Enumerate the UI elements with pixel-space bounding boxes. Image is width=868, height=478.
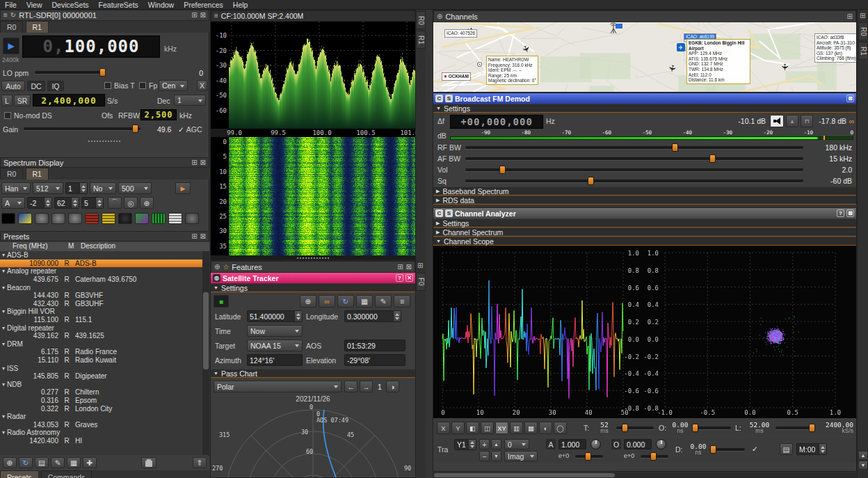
help-icon[interactable]: ? (837, 209, 844, 217)
tracker-start-button[interactable]: ■ (214, 295, 229, 308)
ndb-info-box[interactable]: Name: HEATHROWFrequency: 316.0 kHzIdent:… (486, 56, 538, 85)
spectrum-style-waterfall-yellow[interactable] (102, 213, 115, 224)
close-icon[interactable]: ✕ (405, 274, 413, 282)
trace-down-button[interactable]: ▼ (491, 451, 501, 461)
spectrum-style-bars-green[interactable] (152, 213, 166, 224)
device-move-icon[interactable]: ≡ (3, 12, 8, 19)
fm-slider[interactable] (465, 142, 803, 153)
preset-item-row[interactable]: 15.110RRadio Kuwait (0, 356, 202, 365)
presets-close-icon[interactable]: ⊠ (200, 233, 206, 240)
auto-correction-button[interactable]: Auto (1, 81, 25, 91)
preset-item-row[interactable]: 143.053RGraves (0, 420, 202, 429)
presets-float-icon[interactable]: ⊞ (191, 233, 197, 240)
auto-update-icon[interactable]: ↻ (337, 295, 354, 308)
save-presets-button[interactable]: ▤ (35, 457, 49, 468)
ockham-beacon-label[interactable]: ● OCKHAM (442, 72, 471, 81)
fft-window-dropdown[interactable]: Han (1, 182, 31, 194)
delete-preset-button[interactable] (141, 457, 156, 468)
lock-button[interactable]: L (1, 95, 13, 106)
close-icon[interactable]: ⊠ (846, 95, 854, 102)
nomod-box[interactable] (4, 112, 11, 119)
preset-item-row[interactable]: 6.175RRadio France (0, 348, 202, 356)
airport-icon[interactable]: ✈ (677, 43, 685, 51)
transverter-button[interactable]: X (197, 80, 207, 91)
nomod-checkbox[interactable]: No-mod DS (4, 111, 52, 120)
link-icon[interactable]: ∞ (319, 295, 335, 308)
decay-curve-icon[interactable]: ⌒ (108, 197, 122, 209)
preset-group-row[interactable]: ▾ADS-B (0, 251, 202, 260)
menu-item-devicesets[interactable]: DeviceSets (47, 1, 94, 9)
channel-scope-header[interactable]: ▼ Channel Scope (433, 237, 856, 246)
menu-item-preferences[interactable]: Preferences (179, 1, 228, 9)
tab-presets[interactable]: Presets (0, 470, 39, 478)
spectrum-close-icon[interactable]: ⊠ (200, 159, 206, 166)
satellite-tracker-titlebar[interactable]: ◎ Satellite Tracker ? ✕ (211, 273, 415, 283)
tree-collapse-icon[interactable]: ▾ (0, 365, 7, 372)
spectrum-tab-r0[interactable]: R0 (0, 168, 23, 180)
longitude-field[interactable]: 0.300000 (344, 310, 401, 322)
trace-length-slider[interactable] (775, 423, 813, 433)
edit-group-button[interactable]: ✚ (83, 457, 97, 468)
averaging-mode-dropdown[interactable]: No (90, 182, 116, 194)
bias-t-checkbox[interactable]: Bias T (104, 81, 135, 90)
preset-item-row[interactable]: 115.100R115.1 (0, 316, 202, 324)
start-stop-button[interactable]: ▶ (3, 38, 19, 54)
channels-grid-icon[interactable]: ⊞ (847, 13, 853, 20)
channel-settings-icon[interactable]: S (445, 209, 453, 217)
right-side-tab-r0[interactable]: R0 (858, 22, 868, 40)
sample-rate-display[interactable]: 2,400,000 (33, 94, 105, 106)
add-trace-button[interactable]: + (479, 439, 490, 449)
satellite-table-icon[interactable]: ▦ (356, 295, 373, 308)
scope-display-mode-button[interactable]: ▥ (510, 422, 523, 434)
rds-link-icon[interactable]: ∞ (848, 115, 855, 127)
scope-display-mode-button[interactable]: X (437, 422, 450, 434)
menu-item-view[interactable]: View (22, 1, 47, 9)
preset-item-row[interactable]: 0.277RChiltern (0, 388, 202, 397)
spectrum-style-marker-b[interactable] (51, 213, 65, 224)
scope-display-mode-button[interactable]: ◧ (466, 422, 479, 434)
tree-collapse-icon[interactable]: ▾ (0, 268, 7, 274)
scroll-up-button[interactable]: ▲ (858, 451, 868, 460)
tree-collapse-icon[interactable]: ▾ (0, 341, 7, 347)
scrollbar-thumb[interactable] (434, 473, 615, 477)
collapsed-section-header[interactable]: ▶Channel Spectrum (433, 228, 856, 237)
collapsed-section-header[interactable]: ▶RDS data (433, 196, 856, 205)
waterfall-display[interactable]: 05101520253035 (211, 137, 415, 255)
preset-group-row[interactable]: ▾Biggin Hill VOR (0, 308, 202, 316)
tracker-settings-header[interactable]: ▼ Settings (211, 283, 415, 292)
export-preset-button[interactable]: ⇑ (193, 457, 207, 468)
dark-theme-icon[interactable]: ◑ (386, 381, 399, 392)
spectrum-side-tab-r1[interactable]: R1 (416, 31, 426, 49)
prev-pass-button[interactable]: ← (344, 381, 357, 392)
channel-settings-icon[interactable]: S (445, 95, 453, 102)
features-side-tab-f0[interactable]: F0 (416, 273, 426, 291)
map-target-icon[interactable]: ⊕ (300, 295, 316, 308)
tree-collapse-icon[interactable]: ▾ (0, 381, 7, 388)
channel-analyzer-titlebar[interactable]: C S Channel Analyzer ? ⊠ (433, 208, 856, 218)
time-dropdown[interactable]: Now (247, 325, 303, 337)
lo-ppm-slider[interactable] (35, 67, 106, 78)
preset-item-row[interactable]: 0.316REpsom (0, 397, 202, 405)
trace-select-spinner[interactable]: Y1 (454, 439, 476, 450)
spectrum-float-icon[interactable]: ⊞ (191, 159, 197, 166)
trace-channel-dropdown[interactable]: 0 (504, 439, 529, 449)
offset-exp-slider[interactable] (641, 452, 668, 461)
fm-slider-handle[interactable] (672, 143, 678, 152)
audio-mute-button[interactable] (770, 115, 784, 127)
latitude-field[interactable]: 51.400000 (247, 310, 303, 322)
preset-item-row[interactable]: 432.430RGB3UHF (0, 300, 202, 308)
presets-scrollbar[interactable] (202, 251, 209, 455)
tuning-mode-dropdown[interactable]: Cen (159, 80, 188, 91)
scope-display-mode-button[interactable]: ◐ (539, 422, 552, 434)
scope-display[interactable]: 1.01.00.80.80.60.60.40.40.20.20.00.0-0.2… (433, 246, 856, 418)
menu-item-featuresets[interactable]: FeatureSets (94, 1, 143, 9)
fm-slider[interactable] (465, 153, 803, 164)
collapsed-section-header[interactable]: ▶Settings (433, 218, 856, 228)
dc-correction-button[interactable]: DC (27, 81, 45, 91)
spectrum-side-tab-r0[interactable]: R0 (416, 11, 426, 29)
channel-frequency-display[interactable]: +00,000,000 (450, 115, 543, 129)
adsb-map[interactable]: ✈ ✈ ✈ ✈ ✈ ICAO: 407526 ⊙ Name: HEATHROWF… (433, 22, 856, 92)
preset-item-row[interactable]: 439.162R439.1625 (0, 332, 202, 340)
trace-visible-check[interactable]: ✓ (752, 445, 758, 453)
scope-display-mode-button[interactable]: ◫ (481, 422, 494, 434)
